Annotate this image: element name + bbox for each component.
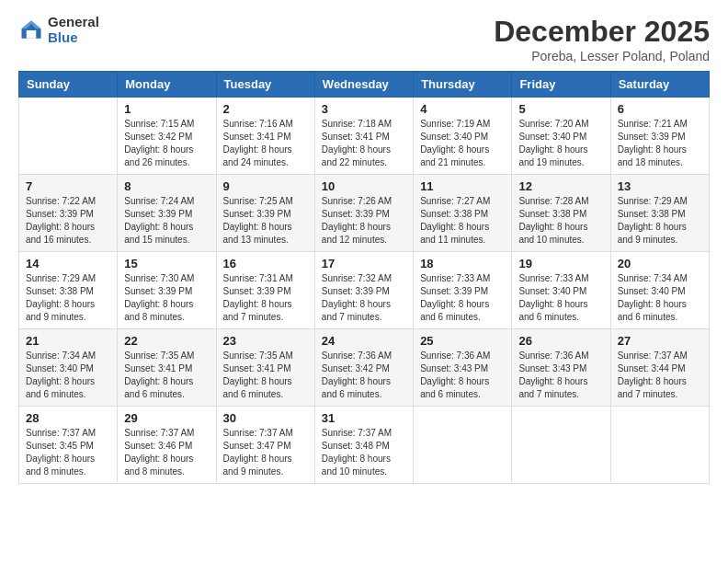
calendar-cell: 12Sunrise: 7:28 AMSunset: 3:38 PMDayligh… (512, 175, 610, 252)
calendar-cell: 9Sunrise: 7:25 AMSunset: 3:39 PMDaylight… (216, 175, 314, 252)
calendar-day-header: Wednesday (314, 72, 413, 98)
day-info: Sunrise: 7:21 AMSunset: 3:39 PMDaylight:… (618, 118, 702, 169)
day-info: Sunrise: 7:20 AMSunset: 3:40 PMDaylight:… (518, 118, 603, 169)
day-info: Sunrise: 7:33 AMSunset: 3:39 PMDaylight:… (420, 272, 505, 324)
day-number: 5 (518, 102, 603, 116)
logo: General Blue (18, 15, 99, 45)
day-info: Sunrise: 7:35 AMSunset: 3:41 PMDaylight:… (223, 350, 308, 401)
day-info: Sunrise: 7:29 AMSunset: 3:38 PMDaylight:… (618, 195, 702, 247)
day-info: Sunrise: 7:22 AMSunset: 3:39 PMDaylight:… (26, 195, 110, 247)
calendar-cell: 7Sunrise: 7:22 AMSunset: 3:39 PMDaylight… (19, 175, 118, 252)
calendar-cell: 16Sunrise: 7:31 AMSunset: 3:39 PMDayligh… (216, 252, 314, 329)
day-number: 22 (124, 334, 209, 348)
day-number: 30 (223, 411, 308, 425)
day-info: Sunrise: 7:34 AMSunset: 3:40 PMDaylight:… (618, 272, 702, 324)
calendar-cell: 22Sunrise: 7:35 AMSunset: 3:41 PMDayligh… (118, 329, 216, 407)
logo-blue-text: Blue (48, 30, 99, 46)
calendar-cell: 18Sunrise: 7:33 AMSunset: 3:39 PMDayligh… (414, 252, 512, 329)
day-number: 17 (322, 257, 406, 270)
calendar-cell: 11Sunrise: 7:27 AMSunset: 3:38 PMDayligh… (414, 175, 512, 252)
svg-rect-2 (27, 30, 37, 39)
day-info: Sunrise: 7:24 AMSunset: 3:39 PMDaylight:… (124, 195, 209, 247)
calendar-week-row: 28Sunrise: 7:37 AMSunset: 3:45 PMDayligh… (19, 407, 710, 484)
calendar-cell: 1Sunrise: 7:15 AMSunset: 3:42 PMDaylight… (118, 98, 216, 175)
day-info: Sunrise: 7:36 AMSunset: 3:43 PMDaylight:… (420, 350, 505, 401)
calendar-cell: 10Sunrise: 7:26 AMSunset: 3:39 PMDayligh… (314, 175, 413, 252)
calendar-cell: 29Sunrise: 7:37 AMSunset: 3:46 PMDayligh… (118, 407, 216, 484)
day-number: 20 (618, 257, 702, 270)
day-info: Sunrise: 7:16 AMSunset: 3:41 PMDaylight:… (223, 118, 308, 169)
calendar-week-row: 14Sunrise: 7:29 AMSunset: 3:38 PMDayligh… (19, 252, 710, 329)
calendar-day-header: Friday (512, 72, 610, 98)
location-title: Poreba, Lesser Poland, Poland (494, 49, 710, 63)
day-number: 11 (420, 179, 505, 193)
calendar-cell: 24Sunrise: 7:36 AMSunset: 3:42 PMDayligh… (314, 329, 413, 407)
day-number: 4 (420, 102, 505, 116)
day-number: 23 (223, 334, 308, 348)
day-info: Sunrise: 7:35 AMSunset: 3:41 PMDaylight:… (124, 350, 209, 401)
day-info: Sunrise: 7:26 AMSunset: 3:39 PMDaylight:… (322, 195, 406, 247)
calendar-cell (610, 407, 709, 484)
day-number: 16 (223, 257, 308, 270)
day-number: 21 (26, 334, 110, 348)
calendar-cell (19, 98, 118, 175)
day-number: 29 (124, 411, 209, 425)
calendar-header-row: SundayMondayTuesdayWednesdayThursdayFrid… (19, 72, 710, 98)
day-info: Sunrise: 7:27 AMSunset: 3:38 PMDaylight:… (420, 195, 505, 247)
day-info: Sunrise: 7:15 AMSunset: 3:42 PMDaylight:… (124, 118, 209, 169)
calendar-day-header: Sunday (19, 72, 118, 98)
day-info: Sunrise: 7:33 AMSunset: 3:40 PMDaylight:… (518, 272, 603, 324)
calendar-week-row: 1Sunrise: 7:15 AMSunset: 3:42 PMDaylight… (19, 98, 710, 175)
day-number: 13 (618, 179, 702, 193)
calendar-cell: 4Sunrise: 7:19 AMSunset: 3:40 PMDaylight… (414, 98, 512, 175)
day-info: Sunrise: 7:29 AMSunset: 3:38 PMDaylight:… (26, 272, 110, 324)
day-number: 18 (420, 257, 505, 270)
day-number: 27 (618, 334, 702, 348)
day-number: 8 (124, 179, 209, 193)
calendar-cell (512, 407, 610, 484)
month-title: December 2025 (494, 15, 710, 49)
calendar-cell: 5Sunrise: 7:20 AMSunset: 3:40 PMDaylight… (512, 98, 610, 175)
day-number: 24 (322, 334, 406, 348)
logo-text: General Blue (48, 15, 99, 45)
day-info: Sunrise: 7:34 AMSunset: 3:40 PMDaylight:… (26, 350, 110, 401)
day-info: Sunrise: 7:37 AMSunset: 3:47 PMDaylight:… (223, 427, 308, 478)
calendar-cell: 13Sunrise: 7:29 AMSunset: 3:38 PMDayligh… (610, 175, 709, 252)
calendar-cell: 14Sunrise: 7:29 AMSunset: 3:38 PMDayligh… (19, 252, 118, 329)
day-number: 12 (518, 179, 603, 193)
day-number: 9 (223, 179, 308, 193)
calendar-cell: 28Sunrise: 7:37 AMSunset: 3:45 PMDayligh… (19, 407, 118, 484)
logo-general-text: General (48, 15, 99, 30)
day-number: 15 (124, 257, 209, 270)
day-number: 10 (322, 179, 406, 193)
calendar-cell: 23Sunrise: 7:35 AMSunset: 3:41 PMDayligh… (216, 329, 314, 407)
day-number: 7 (26, 179, 110, 193)
calendar-cell: 27Sunrise: 7:37 AMSunset: 3:44 PMDayligh… (610, 329, 709, 407)
day-info: Sunrise: 7:30 AMSunset: 3:39 PMDaylight:… (124, 272, 209, 324)
day-info: Sunrise: 7:18 AMSunset: 3:41 PMDaylight:… (322, 118, 406, 169)
day-number: 25 (420, 334, 505, 348)
calendar-table: SundayMondayTuesdayWednesdayThursdayFrid… (18, 71, 710, 484)
logo-icon (18, 17, 44, 43)
day-info: Sunrise: 7:37 AMSunset: 3:44 PMDaylight:… (618, 350, 702, 401)
day-info: Sunrise: 7:37 AMSunset: 3:46 PMDaylight:… (124, 427, 209, 478)
calendar-week-row: 21Sunrise: 7:34 AMSunset: 3:40 PMDayligh… (19, 329, 710, 407)
day-number: 14 (26, 257, 110, 270)
calendar-cell: 21Sunrise: 7:34 AMSunset: 3:40 PMDayligh… (19, 329, 118, 407)
calendar-cell: 31Sunrise: 7:37 AMSunset: 3:48 PMDayligh… (314, 407, 413, 484)
calendar-cell: 30Sunrise: 7:37 AMSunset: 3:47 PMDayligh… (216, 407, 314, 484)
day-info: Sunrise: 7:25 AMSunset: 3:39 PMDaylight:… (223, 195, 308, 247)
calendar-day-header: Thursday (414, 72, 512, 98)
day-info: Sunrise: 7:36 AMSunset: 3:42 PMDaylight:… (322, 350, 406, 401)
day-info: Sunrise: 7:36 AMSunset: 3:43 PMDaylight:… (518, 350, 603, 401)
calendar-cell: 26Sunrise: 7:36 AMSunset: 3:43 PMDayligh… (512, 329, 610, 407)
day-info: Sunrise: 7:19 AMSunset: 3:40 PMDaylight:… (420, 118, 505, 169)
calendar-cell: 20Sunrise: 7:34 AMSunset: 3:40 PMDayligh… (610, 252, 709, 329)
day-info: Sunrise: 7:31 AMSunset: 3:39 PMDaylight:… (223, 272, 308, 324)
calendar-cell: 25Sunrise: 7:36 AMSunset: 3:43 PMDayligh… (414, 329, 512, 407)
calendar-week-row: 7Sunrise: 7:22 AMSunset: 3:39 PMDaylight… (19, 175, 710, 252)
day-number: 3 (322, 102, 406, 116)
calendar-cell: 19Sunrise: 7:33 AMSunset: 3:40 PMDayligh… (512, 252, 610, 329)
calendar-cell: 8Sunrise: 7:24 AMSunset: 3:39 PMDaylight… (118, 175, 216, 252)
calendar-cell: 2Sunrise: 7:16 AMSunset: 3:41 PMDaylight… (216, 98, 314, 175)
